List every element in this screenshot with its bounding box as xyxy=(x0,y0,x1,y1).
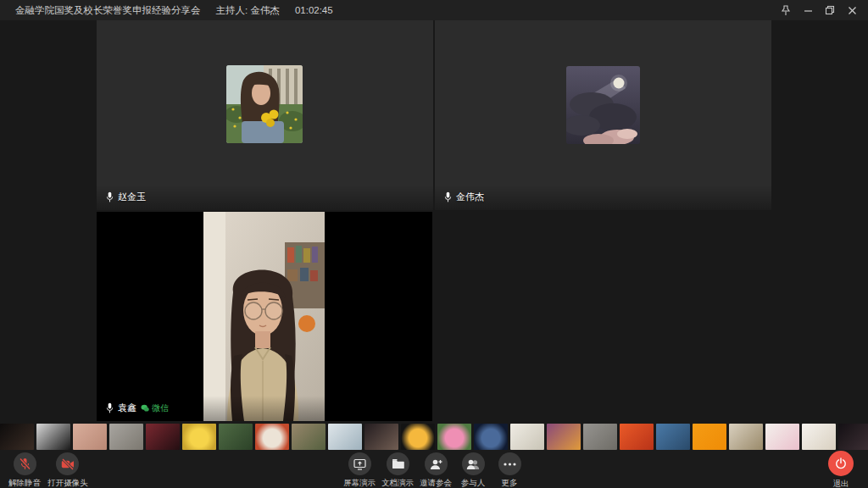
participant-name: 赵金玉 xyxy=(118,191,146,203)
participant-thumbnail[interactable] xyxy=(547,424,581,450)
video-tile-jinweijie[interactable]: 金伟杰 xyxy=(435,20,771,210)
doc-share-icon xyxy=(392,458,404,469)
camera-off-icon xyxy=(61,458,75,470)
wechat-badge: 微信 xyxy=(141,402,169,414)
open-camera-label: 打开摄像头 xyxy=(47,478,88,488)
open-camera-button[interactable]: 打开摄像头 xyxy=(47,452,88,488)
participant-thumbnail[interactable] xyxy=(729,424,763,450)
participant-thumbnail[interactable] xyxy=(693,424,726,450)
video-tile-zhaojinyu[interactable]: 赵金玉 xyxy=(97,20,433,210)
more-icon xyxy=(504,463,516,466)
meeting-titlebar: 金融学院国奖及校长荣誉奖申报经验分享会 主持人: 金伟杰 01:02:45 xyxy=(0,0,868,20)
participant-thumbnail[interactable] xyxy=(583,424,617,450)
host-label: 主持人: 金伟杰 xyxy=(216,4,280,17)
invite-button[interactable]: 邀请参会 xyxy=(420,452,452,488)
participant-thumbnail[interactable] xyxy=(802,424,836,450)
participant-thumbnail[interactable] xyxy=(474,424,508,450)
close-icon[interactable] xyxy=(841,0,863,20)
invite-label: 邀请参会 xyxy=(420,478,452,488)
participant-thumbnail[interactable] xyxy=(146,424,180,450)
camera-video-feed xyxy=(203,212,325,421)
participant-thumbnail[interactable] xyxy=(656,424,690,450)
participant-thumbnail[interactable] xyxy=(73,424,107,450)
participant-name: 金伟杰 xyxy=(456,191,484,203)
participant-thumbnail[interactable] xyxy=(401,424,435,450)
power-icon xyxy=(835,458,847,469)
audio-video-controls: 解除静音 打开摄像头 xyxy=(8,452,88,488)
participant-thumbnail[interactable] xyxy=(255,424,289,450)
participant-thumbnail[interactable] xyxy=(109,424,143,450)
participant-thumbnail-strip xyxy=(0,424,868,450)
tile-bottom-shade xyxy=(97,185,433,210)
name-tag: 赵金玉 xyxy=(106,191,146,203)
unmute-button[interactable]: 解除静音 xyxy=(8,452,41,488)
tile-bottom-shade xyxy=(435,185,771,210)
screen-share-button[interactable]: 屏幕演示 xyxy=(343,452,376,488)
screen-share-label: 屏幕演示 xyxy=(343,478,376,488)
participant-name: 袁鑫 xyxy=(118,402,136,414)
participant-thumbnail[interactable] xyxy=(328,424,362,450)
participant-thumbnail[interactable] xyxy=(364,424,398,450)
invite-icon xyxy=(430,458,442,470)
mic-off-icon xyxy=(19,458,31,470)
meeting-title: 金融学院国奖及校长荣誉奖申报经验分享会 xyxy=(15,4,201,17)
participant-thumbnail[interactable] xyxy=(437,424,471,450)
mic-icon xyxy=(106,402,114,413)
participant-thumbnail[interactable] xyxy=(510,424,544,450)
avatar-image xyxy=(226,65,303,143)
bottom-toolbar: 解除静音 打开摄像头 屏幕演示 文档演示 邀请参会 xyxy=(0,450,868,488)
participant-thumbnail[interactable] xyxy=(620,424,654,450)
more-button[interactable]: 更多 xyxy=(494,452,525,488)
mic-icon xyxy=(444,191,452,202)
minimize-icon[interactable] xyxy=(797,0,819,20)
participant-thumbnail[interactable] xyxy=(36,424,70,450)
participants-button[interactable]: 参与人 xyxy=(458,452,488,488)
unmute-label: 解除静音 xyxy=(8,478,41,488)
mic-icon xyxy=(106,191,114,202)
exit-button[interactable]: 退出 xyxy=(826,451,856,488)
wechat-icon xyxy=(141,404,149,413)
participant-thumbnail[interactable] xyxy=(182,424,216,450)
avatar-image xyxy=(566,66,640,144)
exit-group: 退出 xyxy=(826,451,856,488)
participant-thumbnail[interactable] xyxy=(765,424,799,450)
participant-thumbnail[interactable] xyxy=(219,424,253,450)
participants-label: 参与人 xyxy=(461,478,486,488)
exit-label: 退出 xyxy=(833,479,849,488)
name-tag: 袁鑫 微信 xyxy=(106,402,169,414)
name-tag: 金伟杰 xyxy=(444,191,484,203)
elapsed-time: 01:02:45 xyxy=(295,5,333,15)
window-controls xyxy=(775,0,863,20)
doc-share-button[interactable]: 文档演示 xyxy=(381,452,414,488)
participant-thumbnail[interactable] xyxy=(292,424,326,450)
meeting-actions: 屏幕演示 文档演示 邀请参会 参与人 更多 xyxy=(343,452,525,488)
restore-icon[interactable] xyxy=(819,0,841,20)
participant-thumbnail[interactable] xyxy=(838,424,868,450)
doc-share-label: 文档演示 xyxy=(381,478,414,488)
screen-share-icon xyxy=(353,458,366,470)
pin-icon[interactable] xyxy=(775,0,797,20)
participant-thumbnail[interactable] xyxy=(0,424,34,450)
video-tile-yuanxin[interactable]: 袁鑫 微信 xyxy=(97,212,432,421)
participants-icon xyxy=(466,458,480,470)
more-label: 更多 xyxy=(502,478,518,488)
